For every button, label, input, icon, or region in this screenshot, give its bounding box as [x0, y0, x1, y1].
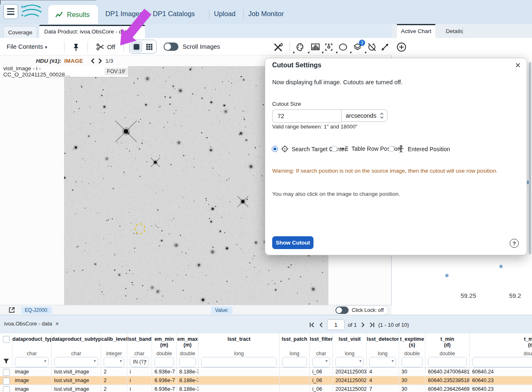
show-cutout-button[interactable]: Show Cutout: [272, 236, 314, 249]
column-name: lsst_detector: [367, 336, 399, 342]
chevron-down-icon: ▾: [45, 45, 48, 50]
filter-em_min[interactable]: [154, 357, 174, 367]
filter-lsst_visit[interactable]: ▾: [335, 357, 364, 367]
column-header-lsst_tract[interactable]: lsst_tractlong: [199, 333, 280, 368]
single-view-button[interactable]: [131, 41, 142, 52]
click-lock-control[interactable]: Click Lock: off: [333, 305, 388, 315]
recenter-icon[interactable]: ▾: [323, 41, 335, 53]
image-title: visit_image - i - CC_O_20241125_00028…: [3, 65, 100, 78]
image-status-bar: EQ-J2000: Value: Click Lock: off: [0, 305, 392, 315]
color-palette-icon[interactable]: ▾: [294, 41, 306, 53]
last-page-button[interactable]: [369, 322, 375, 328]
filter-lsst_band[interactable]: IN ('i')▾: [130, 357, 149, 367]
filter-value: IN ('i'): [133, 359, 146, 365]
nav-tab-results[interactable]: Results: [48, 5, 98, 24]
nav-tab-job-monitor[interactable]: Job Monitor: [248, 10, 284, 18]
layers-icon[interactable]: ▾ 3: [351, 41, 363, 53]
radio-button[interactable]: [272, 146, 278, 152]
filter-dataproduct_type[interactable]: ▾: [15, 357, 49, 367]
tools-icon[interactable]: [272, 41, 284, 53]
expand-icon[interactable]: [379, 41, 391, 53]
cutout-settings-dialog: Cutout Settings ✕ Now displaying full im…: [265, 58, 527, 255]
row-checkbox[interactable]: [3, 378, 10, 385]
filter-dataproduct_subtype[interactable]: ▾: [54, 357, 98, 367]
dropdown-caret-icon: ▾: [44, 359, 46, 363]
close-icon[interactable]: ✕: [515, 61, 521, 70]
radio-button[interactable]: [331, 146, 337, 152]
column-type: char: [52, 351, 101, 356]
cell-t_min: 60640.23523851857: [425, 376, 470, 385]
column-header-lsst_visit[interactable]: lsst_visitlong▾: [333, 333, 367, 368]
page-of-label: of 1: [348, 322, 357, 328]
rotate-off-icon[interactable]: ▾: [366, 41, 378, 53]
filter-calib_level[interactable]: ▾: [104, 357, 124, 367]
tab-coverage[interactable]: Coverage: [3, 26, 37, 38]
next-page-button[interactable]: [360, 322, 366, 328]
table-tab[interactable]: ivoa.ObsCore - data ✕: [4, 321, 59, 327]
prev-hdu-icon[interactable]: [90, 58, 95, 64]
column-header-lsst_detector[interactable]: lsst_detectorlong▾: [367, 333, 399, 368]
hdu-label: HDU (#1):: [36, 58, 62, 64]
add-chart-icon[interactable]: [396, 41, 407, 53]
page-number-input[interactable]: [327, 319, 344, 330]
grid-view-button[interactable]: [143, 41, 155, 52]
next-hdu-icon[interactable]: [98, 58, 102, 64]
filter-icon[interactable]: [3, 358, 10, 364]
right-panel-scrollbar[interactable]: [529, 62, 531, 254]
column-name: lsst_tract: [199, 336, 279, 342]
table-section: ivoa.ObsCore - data ✕ of 1 (1 - 10 of 10…: [0, 315, 532, 392]
tab-details[interactable]: Details: [438, 24, 471, 38]
nav-tab-dp1-catalogs[interactable]: DP1 Catalogs: [153, 10, 195, 18]
row-checkbox[interactable]: [3, 386, 10, 392]
column-header-t_min[interactable]: t_min(d)double: [425, 333, 470, 368]
radio-button[interactable]: [388, 146, 394, 152]
click-lock-toggle[interactable]: [335, 306, 349, 314]
radio-entered-position[interactable]: Entered Position: [388, 145, 450, 153]
tab-data-product[interactable]: Data Product: ivoa.ObsCore - data: [39, 25, 145, 38]
cutout-unit-select[interactable]: arcseconds: [341, 109, 387, 122]
prev-page-button: [318, 322, 324, 328]
select-all-checkbox[interactable]: [3, 336, 10, 343]
external-link-icon[interactable]: [8, 306, 15, 314]
column-name: lsst_band: [127, 336, 152, 342]
select-region-icon[interactable]: ▾: [337, 41, 349, 53]
hamburger-menu-button[interactable]: [3, 4, 18, 19]
filter-em_max[interactable]: [179, 357, 196, 367]
column-header-em_min[interactable]: em_min(m)double: [152, 333, 177, 368]
file-contents-dropdown[interactable]: File Contents ▾: [7, 43, 47, 50]
column-header-t_max[interactable]: t_max(d)double: [470, 333, 532, 368]
column-header-t_exptime[interactable]: t_exptime(s)double: [399, 333, 425, 368]
tab-active-chart[interactable]: Active Chart: [397, 24, 435, 38]
filter-t_max[interactable]: [472, 357, 532, 367]
column-header-lsst_band[interactable]: lsst_bandcharIN ('i')▾: [127, 333, 152, 368]
table-row[interactable]: imagelsst.visit_image2i6.936e-78.188e-7i…: [0, 368, 532, 376]
column-header-lsst_patch[interactable]: lsst_patchlong: [280, 333, 310, 368]
column-header-dataproduct_subtype[interactable]: dataproduct_subtypechar▾: [52, 333, 101, 368]
column-header-calib_level[interactable]: calib_levelinteger▾: [101, 333, 127, 368]
cell-lsst_filter: i_06: [310, 368, 333, 376]
nav-tab-dp1-images[interactable]: DP1 Images: [105, 10, 143, 18]
first-page-button[interactable]: [309, 322, 315, 328]
scroll-images-toggle[interactable]: [164, 43, 178, 51]
nav-tab-upload[interactable]: Upload: [214, 10, 235, 18]
row-checkbox[interactable]: [3, 369, 10, 376]
filter-lsst_patch[interactable]: [282, 357, 307, 367]
toolbar-divider: [64, 42, 64, 52]
column-header-dataproduct_type[interactable]: dataproduct_typechar▾: [12, 333, 52, 368]
cutout-size-input[interactable]: [272, 109, 341, 123]
column-header-lsst_filter[interactable]: lsst_filterchar▾: [310, 333, 333, 368]
filter-lsst_filter[interactable]: ▾: [312, 357, 330, 367]
toolbar-divider: [88, 42, 88, 52]
cutout-toggle-button[interactable]: Off: [95, 42, 116, 52]
close-table-icon[interactable]: ✕: [55, 321, 59, 327]
pin-icon[interactable]: [71, 42, 81, 52]
help-icon[interactable]: ?: [510, 239, 519, 248]
filter-lsst_detector[interactable]: ▾: [369, 357, 396, 367]
table-row[interactable]: imagelsst.visit_image2i6.936e-78.188e-7i…: [0, 385, 532, 392]
filter-t_min[interactable]: [428, 357, 467, 367]
filter-lsst_tract[interactable]: [201, 357, 277, 367]
column-header-em_max[interactable]: em_max(m)double: [177, 333, 199, 368]
filter-t_exptime[interactable]: [401, 357, 423, 367]
stretch-histogram-icon[interactable]: ▾: [309, 41, 321, 53]
table-row[interactable]: imagelsst.visit_image2i6.936e-78.188e-7i…: [0, 376, 532, 385]
